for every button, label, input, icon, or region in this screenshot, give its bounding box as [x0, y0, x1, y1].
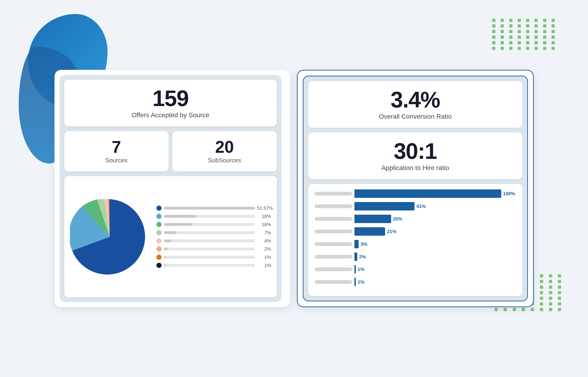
- bar-label-1: [315, 192, 352, 196]
- offers-accepted-card: 159 Offers Accepted by Source: [64, 80, 277, 126]
- legend-bar-3: [164, 223, 255, 226]
- legend-dot-5: [156, 238, 161, 243]
- legend-bar-4: [164, 231, 255, 234]
- bar-label-5: [315, 242, 352, 246]
- subsources-card: 20 SubSources: [172, 131, 277, 171]
- legend-item-4: 7%: [156, 230, 271, 236]
- legend-pct-8: 1%: [257, 263, 271, 268]
- legend-pct-6: 2%: [257, 247, 271, 252]
- bar-track-1: 100%: [355, 189, 516, 198]
- bar-fill-7: [355, 265, 356, 273]
- app-hire-ratio-card: 30:1 Application to Hire ratio: [308, 132, 523, 179]
- legend-dot-7: [156, 255, 161, 260]
- legend-item-1: 51.57%: [156, 206, 271, 211]
- bar-label-8: [315, 280, 352, 284]
- bar-track-6: 2%: [355, 252, 516, 261]
- legend-item-8: 1%: [156, 263, 271, 268]
- bar-track-3: 25%: [355, 215, 516, 223]
- offers-accepted-label: Offers Accepted by Source: [70, 111, 271, 119]
- app-hire-ratio-number: 30:1: [314, 140, 517, 162]
- legend-item-6: 2%: [156, 247, 271, 252]
- legend-pct-2: 18%: [257, 214, 271, 219]
- legend-item-7: 1%: [156, 255, 271, 260]
- bar-fill-6: [355, 252, 357, 261]
- bar-track-4: 21%: [355, 227, 516, 236]
- bar-pct-5: 3%: [360, 242, 367, 247]
- bar-row-3: 25%: [315, 215, 516, 223]
- legend-item-3: 16%: [156, 222, 271, 227]
- bar-label-7: [315, 268, 352, 271]
- legend-bar-2: [164, 215, 255, 218]
- bar-pct-7: 1%: [358, 267, 365, 272]
- legend-dot-4: [156, 230, 161, 235]
- bar-fill-2: [355, 202, 415, 211]
- subsources-number: 20: [178, 139, 271, 155]
- sources-subsources-row: 7 Sources 20 SubSources: [64, 131, 277, 171]
- bar-label-3: [315, 217, 352, 221]
- sources-number: 7: [70, 139, 163, 155]
- legend-bar-7: [164, 256, 255, 259]
- legend-pct-1: 51.57%: [257, 206, 271, 211]
- pie-legend: 51.57% 18% 16%: [156, 206, 271, 268]
- right-panel-wrapper: 3.4% Overall Conversion Ratio 30:1 Appli…: [297, 70, 534, 307]
- bar-track-8: 1%: [355, 278, 516, 286]
- bar-row-7: 1%: [315, 265, 516, 273]
- bar-chart-card: 100% 41% 25%: [308, 184, 523, 296]
- bar-pct-6: 2%: [359, 254, 366, 259]
- bar-row-6: 2%: [315, 252, 516, 261]
- bar-pct-4: 21%: [387, 229, 396, 234]
- bar-row-4: 21%: [315, 227, 516, 236]
- pie-chart: [70, 197, 149, 277]
- legend-bar-1: [164, 207, 255, 210]
- bar-track-7: 1%: [355, 265, 516, 273]
- bar-track-2: 41%: [355, 202, 516, 211]
- bar-label-4: [315, 230, 352, 233]
- legend-item-5: 4%: [156, 238, 271, 244]
- conversion-ratio-card: 3.4% Overall Conversion Ratio: [308, 81, 523, 128]
- subsources-label: SubSources: [178, 157, 271, 164]
- bar-track-5: 3%: [355, 240, 516, 248]
- left-panel-wrapper: 159 Offers Accepted by Source 7 Sources …: [54, 70, 290, 307]
- sources-label: Sources: [70, 157, 163, 164]
- bar-pct-1: 100%: [503, 191, 515, 196]
- bar-row-1: 100%: [315, 189, 516, 198]
- bar-label-6: [315, 255, 352, 259]
- legend-dot-8: [156, 263, 161, 268]
- bar-pct-2: 41%: [416, 204, 426, 209]
- bar-fill-5: [355, 240, 359, 248]
- legend-bar-8: [164, 264, 255, 267]
- pie-chart-card: 51.57% 18% 16%: [64, 176, 277, 297]
- legend-bar-5: [164, 239, 255, 242]
- legend-pct-7: 1%: [257, 255, 271, 260]
- conversion-ratio-label: Overall Conversion Ratio: [314, 113, 517, 120]
- bar-row-2: 41%: [315, 202, 516, 211]
- right-panel: 3.4% Overall Conversion Ratio 30:1 Appli…: [303, 76, 528, 301]
- conversion-ratio-number: 3.4%: [314, 89, 517, 111]
- legend-pct-3: 16%: [257, 222, 271, 227]
- left-panel: 159 Offers Accepted by Source 7 Sources …: [60, 75, 282, 302]
- dashboard-container: 159 Offers Accepted by Source 7 Sources …: [54, 70, 534, 307]
- bar-pct-3: 25%: [393, 216, 402, 222]
- bar-label-2: [315, 204, 352, 208]
- legend-pct-4: 7%: [257, 230, 271, 236]
- legend-item-2: 18%: [156, 214, 271, 219]
- app-hire-ratio-label: Application to Hire ratio: [314, 164, 517, 172]
- bar-fill-4: [355, 227, 385, 236]
- offers-accepted-number: 159: [70, 87, 271, 109]
- legend-bar-6: [164, 247, 255, 250]
- sources-card: 7 Sources: [64, 131, 169, 171]
- bar-fill-1: [355, 189, 501, 198]
- legend-dot-2: [156, 214, 161, 219]
- legend-dot-6: [156, 247, 161, 252]
- legend-dot-3: [156, 222, 161, 227]
- bar-pct-8: 1%: [358, 279, 365, 285]
- bar-row-8: 1%: [315, 278, 516, 286]
- bar-fill-3: [355, 215, 391, 223]
- bar-row-5: 3%: [315, 240, 516, 248]
- bar-fill-8: [355, 278, 356, 286]
- legend-pct-5: 4%: [257, 238, 271, 244]
- legend-dot-1: [156, 206, 161, 211]
